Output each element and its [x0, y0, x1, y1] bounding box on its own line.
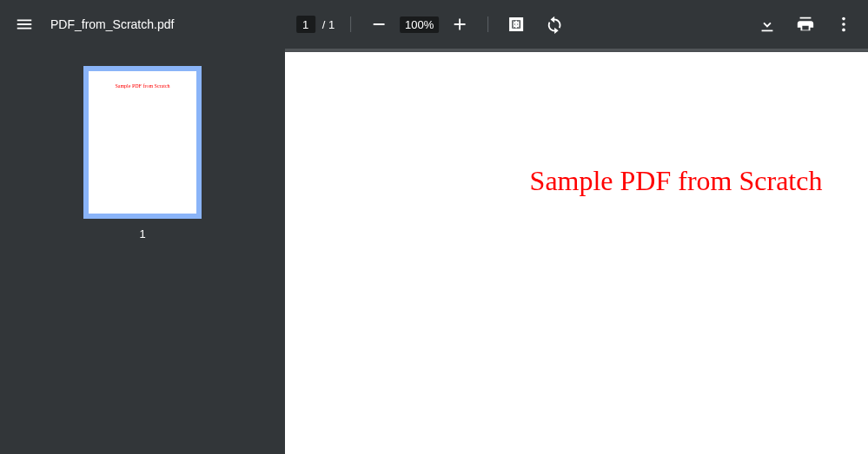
thumbnail-preview-text: Sample PDF from Scratch	[89, 83, 196, 89]
rotate-icon	[545, 15, 564, 34]
svg-point-1	[842, 17, 845, 21]
menu-icon	[15, 15, 34, 34]
print-button[interactable]	[788, 7, 823, 42]
separator	[487, 16, 488, 32]
page-count-label: / 1	[322, 18, 335, 31]
document-title: PDF_from_Scratch.pdf	[50, 17, 174, 31]
fit-page-icon	[507, 15, 526, 34]
document-heading: Sample PDF from Scratch	[285, 165, 868, 197]
document-viewport[interactable]: Sample PDF from Scratch	[285, 49, 868, 454]
zoom-in-button[interactable]	[442, 7, 477, 42]
download-icon	[758, 15, 777, 34]
svg-point-2	[842, 23, 845, 26]
pdf-page: Sample PDF from Scratch	[285, 52, 868, 454]
thumbnail-sidebar: Sample PDF from Scratch 1	[0, 49, 285, 454]
zoom-level-display[interactable]: 100%	[400, 16, 439, 33]
toolbar-right	[750, 7, 861, 42]
page-number-input[interactable]	[296, 16, 315, 33]
menu-button[interactable]	[7, 7, 42, 42]
more-vert-icon	[834, 15, 853, 34]
more-actions-button[interactable]	[826, 7, 861, 42]
zoom-out-button[interactable]	[361, 7, 396, 42]
toolbar: PDF_from_Scratch.pdf / 1 100%	[0, 0, 868, 49]
thumbnail-item: Sample PDF from Scratch 1	[83, 66, 202, 240]
separator	[350, 16, 351, 32]
thumbnail-page-1[interactable]: Sample PDF from Scratch	[83, 66, 202, 219]
svg-point-3	[842, 29, 845, 32]
plus-icon	[450, 15, 469, 34]
content-area: Sample PDF from Scratch 1 Sample PDF fro…	[0, 49, 868, 454]
fit-page-button[interactable]	[499, 7, 533, 42]
toolbar-center: / 1 100%	[296, 0, 573, 49]
rotate-button[interactable]	[537, 7, 572, 42]
print-icon	[796, 15, 815, 34]
minus-icon	[369, 15, 388, 34]
download-button[interactable]	[750, 7, 785, 42]
thumbnail-label: 1	[139, 227, 145, 240]
